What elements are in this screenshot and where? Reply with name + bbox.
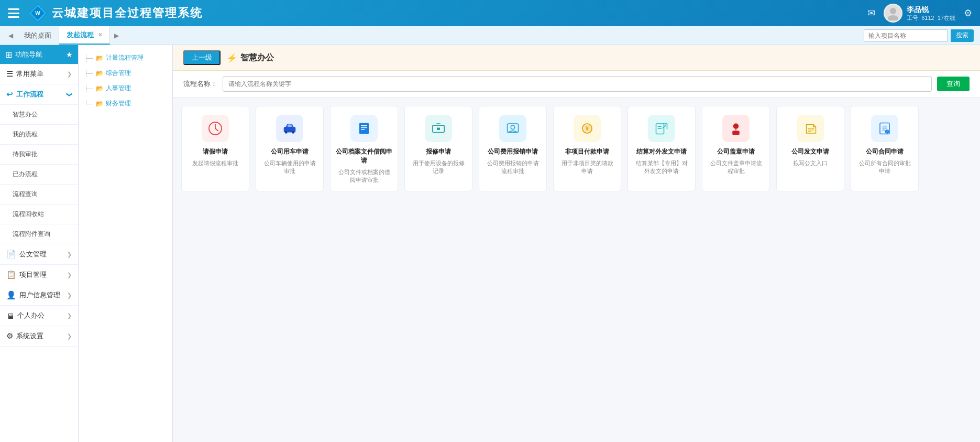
tabs-search-area: 搜索 (864, 26, 976, 45)
leave-apply-desc: 发起请假流程审批 (192, 159, 238, 167)
tree-folder-icon: 📂 (96, 55, 104, 62)
svg-point-10 (285, 131, 288, 134)
tab-desktop[interactable]: 我的桌面 (17, 26, 59, 45)
sidebar-item-sys-settings[interactable]: ⚙ 系统设置 ❯ (0, 326, 78, 347)
archive-borrow-icon (350, 115, 378, 142)
svg-text:✓: ✓ (886, 130, 888, 133)
tabs-nav-prev[interactable]: ◀ (4, 26, 17, 45)
sidebar-item-doc-manage[interactable]: 📄 公文管理 ❯ (0, 244, 78, 265)
archive-borrow-title: 公司档案文件借阅申请 (336, 147, 392, 165)
tab-close-icon[interactable]: ✕ (98, 32, 102, 38)
svg-rect-16 (361, 130, 365, 131)
expense-reimb-title: 公司费用报销申请 (488, 147, 538, 156)
sidebar-label-personal-office: 个人办公 (17, 311, 45, 320)
tabs-bar: ◀ 我的桌面 发起流程 ✕ ▶ 搜索 (0, 26, 980, 45)
project-arrow-icon: ❯ (67, 272, 72, 278)
car-apply-title: 公司用车申请 (271, 147, 309, 156)
sidebar-label-doc-manage: 公文管理 (19, 250, 47, 259)
tree-item-1[interactable]: ├─ 📂 综合管理 (79, 66, 172, 81)
header-right: ✉ 李品锐 工号: 6112 17在线 ⚙ (867, 4, 972, 23)
content-title: ⚡ 智慧办公 (227, 52, 274, 63)
sidebar-item-pending-review[interactable]: 待我审批 (0, 145, 78, 165)
sidebar-label-user-info: 用户信息管理 (19, 290, 60, 300)
sidebar-item-my-flow[interactable]: 我的流程 (0, 125, 78, 145)
card-doc-draft[interactable]: 公司发文申请 拟写公文入口 (776, 106, 844, 191)
sidebar-label-workflow: 工作流程 (16, 90, 43, 99)
flow-search-button[interactable]: 查询 (937, 77, 970, 91)
sidebar-item-workflow[interactable]: ↩ 工作流程 ❯ (0, 84, 78, 105)
doc-arrow-icon: ❯ (67, 251, 72, 258)
external-doc-title: 结算对外发文申请 (636, 147, 687, 156)
email-icon[interactable]: ✉ (867, 7, 875, 19)
card-expense-reimb[interactable]: 公司费用报销申请 公司费用报销的申请流程审批 (479, 106, 547, 191)
sidebar-item-flow-attach[interactable]: 流程附件查询 (0, 224, 78, 244)
avatar (884, 4, 902, 23)
sidebar-item-project-manage[interactable]: 📋 项目管理 ❯ (0, 265, 78, 285)
search-label: 流程名称： (183, 79, 217, 89)
tree-item-3[interactable]: └─ 📂 财务管理 (79, 96, 172, 111)
seal-apply-title: 公司盖章申请 (717, 147, 755, 156)
svg-rect-14 (361, 125, 367, 126)
level-up-button[interactable]: 上一级 (183, 50, 221, 65)
card-external-doc[interactable]: 结算对外发文申请 结算某部【专用】对外发文的申请 (627, 106, 696, 191)
menu-icon[interactable] (8, 8, 19, 18)
card-car-apply[interactable]: 公司用车申请 公司车辆使用的申请审批 (256, 106, 324, 191)
archive-borrow-desc: 公司文件或档案的借阅申请审批 (336, 168, 392, 185)
project-search-input[interactable] (864, 29, 948, 42)
card-leave-apply[interactable]: 请假申请 发起请假流程审批 (181, 106, 249, 191)
tree-line-icon: ├─ (84, 55, 93, 62)
sidebar-func-nav-label: 功能导航 (15, 50, 42, 59)
seal-apply-desc: 公司文件盖章申请流程审批 (708, 159, 764, 176)
tree-line-icon-3: └─ (84, 100, 93, 107)
user-info: 李品锐 工号: 6112 17在线 (907, 5, 955, 21)
seal-apply-icon (722, 115, 750, 142)
card-repair-apply[interactable]: 报修申请 用于使用设备的报修记录 (404, 106, 472, 191)
svg-rect-28 (658, 126, 662, 127)
tree-item-2[interactable]: ├─ 📂 人事管理 (79, 81, 172, 96)
repair-apply-desc: 用于使用设备的报修记录 (410, 159, 467, 176)
tree-item-0[interactable]: ├─ 📂 计量流程管理 (79, 50, 172, 66)
svg-rect-31 (732, 131, 740, 135)
contract-apply-icon: ✓ (871, 115, 898, 142)
sidebar-func-nav: ⊞ 功能导航 ★ (0, 45, 78, 64)
card-contract-apply[interactable]: ✓ 公司合同申请 公司所有合同的审批申请 (851, 106, 919, 191)
personal-arrow-icon: ❯ (67, 312, 72, 319)
card-archive-borrow[interactable]: 公司档案文件借阅申请 公司文件或档案的借阅申请审批 (330, 106, 398, 191)
sidebar-item-smart-office[interactable]: 智慧办公 (0, 105, 78, 125)
tab-start-flow[interactable]: 发起流程 ✕ (59, 26, 110, 45)
doc-draft-desc: 拟写公文入口 (793, 159, 828, 167)
svg-rect-12 (288, 125, 292, 127)
doc-icon: 📄 (6, 250, 16, 259)
project-search-button[interactable]: 搜索 (951, 29, 974, 42)
workflow-arrow-icon: ❯ (66, 92, 73, 97)
sidebar-label-sys-settings: 系统设置 (16, 331, 43, 341)
left-tree: ├─ 📂 计量流程管理 ├─ 📂 综合管理 ├─ 📂 人事管理 └─ 📂 财务管… (79, 45, 173, 442)
sidebar-item-flow-recycle[interactable]: 流程回收站 (0, 204, 78, 224)
sidebar-item-personal-office[interactable]: 🖥 个人办公 ❯ (0, 306, 78, 326)
svg-rect-13 (359, 123, 369, 134)
main-layout: ⊞ 功能导航 ★ ☰ 常用菜单 ❯ ↩ 工作流程 ❯ 智慧办公 我的流程 (0, 45, 980, 442)
sidebar-item-user-info[interactable]: 👤 用户信息管理 ❯ (0, 285, 78, 306)
header-user: 李品锐 工号: 6112 17在线 (884, 4, 955, 23)
project-icon: 📋 (6, 270, 16, 279)
tree-line-icon-2: ├─ (84, 85, 93, 92)
svg-rect-15 (361, 127, 367, 128)
sidebar-item-flow-query[interactable]: 流程查询 (0, 185, 78, 204)
star-icon[interactable]: ★ (66, 50, 73, 59)
settings-icon[interactable]: ⚙ (964, 7, 972, 19)
user-name: 李品锐 (907, 5, 955, 14)
card-non-project-pay[interactable]: ¥ 非项目付款申请 用于非项目类的请款申请 (553, 106, 621, 191)
car-apply-desc: 公司车辆使用的申请审批 (261, 159, 318, 176)
tabs-nav-next[interactable]: ▶ (110, 26, 123, 45)
doc-draft-title: 公司发文申请 (791, 147, 829, 156)
svg-point-22 (511, 125, 515, 130)
flow-search-input[interactable] (223, 76, 932, 92)
sidebar-label-project-manage: 项目管理 (19, 270, 47, 279)
leave-apply-icon (202, 115, 229, 142)
arrow-icon: ❯ (67, 71, 72, 78)
external-doc-icon (648, 115, 675, 142)
sidebar-item-common-menu[interactable]: ☰ 常用菜单 ❯ (0, 64, 78, 84)
card-seal-apply[interactable]: 公司盖章申请 公司文件盖章申请流程审批 (702, 106, 770, 191)
tree-folder-icon-2: 📂 (96, 85, 104, 92)
sidebar-item-done-flow[interactable]: 已办流程 (0, 165, 78, 185)
